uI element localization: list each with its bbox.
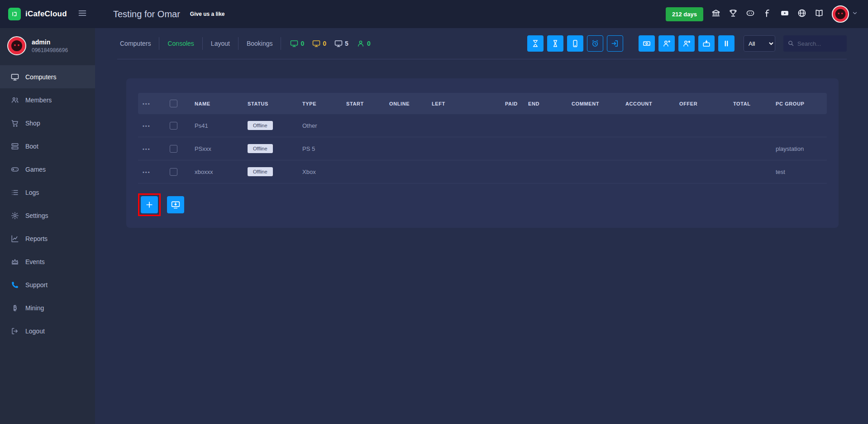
assign-member-button[interactable]: [678, 35, 695, 52]
cell-end: [524, 137, 567, 160]
sidebar-item-boot[interactable]: Boot: [0, 135, 95, 158]
sidebar-item-events[interactable]: Events: [0, 250, 95, 273]
pause-icon: [722, 39, 730, 48]
main-area: Computers Consoles Layout Bookings 0 0 5: [95, 28, 868, 424]
sidebar-item-label: Games: [25, 166, 46, 173]
sidebar-item-logout[interactable]: Logout: [0, 319, 95, 342]
sidebar-menu: Computers Members Shop Boot Games Logs S…: [0, 65, 95, 342]
sidebar-item-shop[interactable]: Shop: [0, 111, 95, 135]
gear-icon: [11, 212, 19, 220]
cash-button[interactable]: [639, 35, 655, 52]
license-days-badge[interactable]: 212 days: [666, 7, 703, 21]
sidebar-item-games[interactable]: Games: [0, 158, 95, 181]
cell-type: Other: [298, 114, 342, 137]
trophy-icon[interactable]: [729, 9, 738, 19]
phone-icon: [11, 281, 19, 289]
cart-icon: [11, 119, 19, 127]
sidebar-item-computers[interactable]: Computers: [0, 65, 95, 88]
add-console-button[interactable]: [141, 196, 158, 213]
checkout-button[interactable]: [607, 35, 623, 52]
sidebar-item-label: Logs: [25, 189, 39, 196]
tab-computers[interactable]: Computers: [117, 37, 159, 50]
status-badge: Offline: [248, 167, 273, 176]
row-menu-icon[interactable]: •••: [143, 123, 151, 129]
sidebar-user-block: admin 096184986696: [0, 28, 95, 63]
counter-monitors-total: 5: [334, 39, 348, 48]
table-row: ••• xboxxx Offline Xbox: [138, 160, 827, 183]
mobile-button[interactable]: [567, 35, 583, 52]
row-checkbox[interactable]: [170, 122, 177, 130]
sidebar-item-label: Computers: [25, 73, 56, 81]
cell-left: [427, 160, 501, 183]
facebook-icon[interactable]: [763, 9, 772, 19]
user-avatar: [832, 5, 849, 23]
chevron-down-icon: [852, 10, 858, 18]
cell-account: [621, 137, 675, 160]
deposit-button[interactable]: [698, 35, 715, 52]
cell-paid: [501, 160, 524, 183]
sidebar-item-support[interactable]: Support: [0, 273, 95, 296]
discord-icon[interactable]: [746, 9, 755, 19]
tab-layout[interactable]: Layout: [203, 37, 238, 50]
cell-end: [524, 160, 567, 183]
add-member-button[interactable]: [658, 35, 675, 52]
sidebar-item-label: Events: [25, 258, 45, 265]
exit-icon: [611, 39, 619, 48]
sidebar-item-label: Reports: [25, 235, 48, 242]
timer-button[interactable]: [527, 35, 544, 52]
table-row: ••• PSxxx Offline PS 5: [138, 137, 827, 160]
sidebar-item-label: Members: [25, 96, 52, 104]
tab-consoles[interactable]: Consoles: [159, 37, 202, 50]
cell-left: [427, 114, 501, 137]
user-menu[interactable]: [832, 5, 858, 23]
row-menu-icon[interactable]: •••: [143, 146, 151, 152]
plus-icon: [145, 200, 154, 209]
cell-account: [621, 114, 675, 137]
hourglass-button[interactable]: [547, 35, 563, 52]
counter-value: 0: [367, 40, 371, 47]
bank-icon[interactable]: [711, 9, 720, 19]
sidebar-item-members[interactable]: Members: [0, 88, 95, 111]
chart-icon: [11, 235, 19, 243]
cell-total: [729, 114, 771, 137]
youtube-icon[interactable]: [780, 9, 789, 19]
alarm-button[interactable]: [587, 35, 603, 52]
row-checkbox[interactable]: [170, 168, 177, 176]
column-left: LEFT: [427, 93, 501, 114]
cell-type: Xbox: [298, 160, 342, 183]
column-total: TOTAL: [729, 93, 771, 114]
hamburger-menu-icon[interactable]: [78, 9, 87, 19]
consoles-table-card: ••• NAME STATUS TYPE START ONLINE LEFT P…: [126, 78, 839, 228]
docs-book-icon[interactable]: [815, 9, 824, 19]
status-counters: 0 0 5 0: [290, 39, 370, 48]
tab-bookings[interactable]: Bookings: [238, 37, 281, 50]
filter-select[interactable]: All: [744, 35, 775, 52]
header-right: 212 days: [666, 5, 868, 23]
counter-online-users: 0: [357, 39, 371, 48]
give-us-a-like-link[interactable]: Give us a like: [190, 11, 225, 17]
cell-total: [729, 160, 771, 183]
pause-button[interactable]: [718, 35, 734, 52]
row-checkbox[interactable]: [170, 145, 177, 153]
import-consoles-button[interactable]: [167, 196, 184, 213]
column-end: END: [524, 93, 567, 114]
gamepad-icon: [11, 165, 19, 173]
page-title: Testing for Omar: [113, 9, 180, 19]
select-all-checkbox[interactable]: [170, 100, 177, 107]
header-menu-icon[interactable]: •••: [143, 101, 151, 106]
sidebar-item-settings[interactable]: Settings: [0, 204, 95, 227]
sidebar-item-logs[interactable]: Logs: [0, 181, 95, 204]
row-menu-icon[interactable]: •••: [143, 169, 151, 175]
banknote-icon: [643, 39, 651, 48]
sidebar-item-label: Shop: [25, 120, 40, 127]
globe-icon[interactable]: [797, 9, 806, 19]
cell-offer: [675, 114, 729, 137]
cell-online: [385, 114, 427, 137]
sidebar-user-avatar: [7, 36, 26, 55]
sidebar-item-reports[interactable]: Reports: [0, 227, 95, 250]
cell-online: [385, 160, 427, 183]
cell-pc-group: playstation: [771, 137, 827, 160]
consoles-table: ••• NAME STATUS TYPE START ONLINE LEFT P…: [138, 93, 827, 183]
hourglass-icon: [531, 39, 539, 48]
sidebar-item-mining[interactable]: Mining: [0, 296, 95, 319]
